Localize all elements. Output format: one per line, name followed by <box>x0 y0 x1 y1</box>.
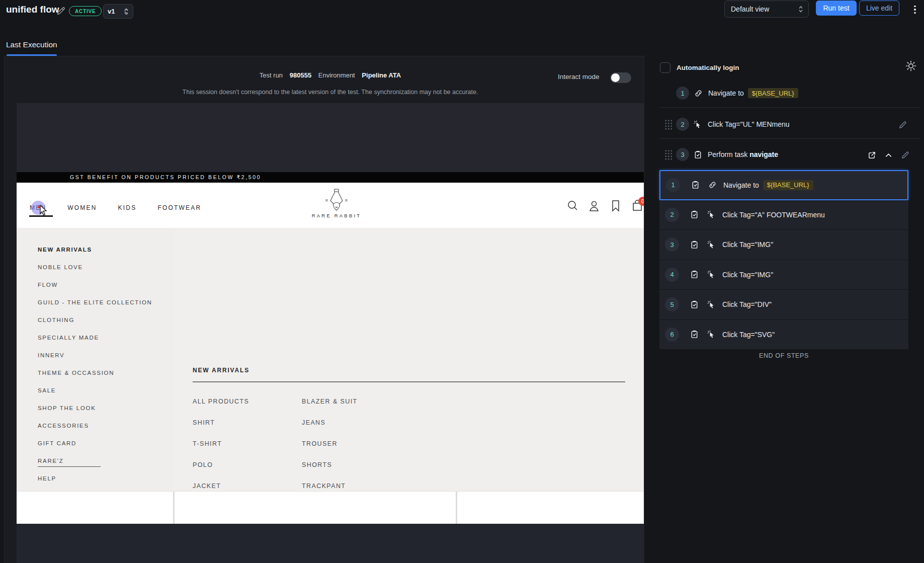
step-text: Click Tag="A" FOOTWEARmenu <box>722 211 825 219</box>
interact-mode-toggle[interactable] <box>610 72 631 83</box>
menu-link[interactable]: SHIRT <box>193 417 249 438</box>
nav-item-kids[interactable]: KIDS <box>118 204 137 211</box>
menu-category[interactable]: THEME & OCCASSION <box>38 364 152 382</box>
wishlist-bookmark-icon[interactable] <box>610 200 621 212</box>
site-footer-dark <box>17 524 644 563</box>
variable-badge: ${BASE_URL} <box>748 88 798 98</box>
more-options-icon[interactable] <box>910 4 919 16</box>
menu-link[interactable]: POLO <box>193 459 249 480</box>
step-row-3[interactable]: 3 Perform task navigate <box>664 148 778 161</box>
end-of-steps-label: END OF STEPS <box>659 352 908 359</box>
version-select[interactable]: v1 <box>103 4 133 19</box>
run-test-button[interactable]: Run test <box>816 1 857 16</box>
click-action-icon <box>707 270 716 279</box>
menu-section-title: NEW ARRIVALS <box>193 367 249 374</box>
click-action-icon <box>707 240 716 249</box>
menu-category[interactable]: FLOW <box>38 276 152 294</box>
tab-last-execution[interactable]: Last Execution <box>6 40 57 49</box>
substep-row-1[interactable]: 1 Navigate to ${BASE_URL} <box>659 170 908 200</box>
menu-link[interactable]: ALL PRODUCTS <box>193 396 249 417</box>
site-hero-dark <box>17 103 644 172</box>
nav-item-footwear[interactable]: FOOTWEAR <box>157 204 201 211</box>
edit-title-icon[interactable] <box>56 7 65 16</box>
substep-row-4[interactable]: 4 Click Tag="IMG" <box>659 260 908 290</box>
search-icon[interactable] <box>567 200 578 212</box>
substeps-list: 1 Navigate to ${BASE_URL} 2 <box>659 170 908 350</box>
task-clipboard-icon <box>690 270 699 279</box>
step-text: Click Tag="IMG" <box>722 240 773 249</box>
menu-category[interactable]: GIFT CARD <box>38 435 152 452</box>
view-select[interactable]: Default view <box>724 1 809 18</box>
menu-link[interactable]: T-SHIRT <box>193 438 249 459</box>
substep-row-3[interactable]: 3 Click Tag="IMG" <box>659 230 908 260</box>
card-separator <box>173 492 175 524</box>
card-separator <box>456 492 457 524</box>
step-row-1[interactable]: 1 Navigate to ${BASE_URL} <box>676 87 798 100</box>
cart-icon[interactable]: 0 <box>632 200 643 212</box>
substep-row-2[interactable]: 2 Click Tag="A" FOOTWEARmenu <box>659 200 908 230</box>
gear-icon[interactable] <box>905 60 917 72</box>
menu-link[interactable]: JEANS <box>302 417 358 438</box>
menu-link[interactable]: TROUSER <box>302 438 358 459</box>
environment-name: Pipeline ATA <box>362 71 401 79</box>
step-text: Click Tag="IMG" <box>722 271 773 279</box>
account-icon[interactable] <box>589 200 600 212</box>
task-clipboard-icon <box>690 210 699 219</box>
menu-category[interactable]: GUILD - THE ELITE COLLECTION <box>38 294 152 311</box>
execution-panel: Test run 980555 Environment Pipeline ATA… <box>4 56 644 563</box>
link-icon <box>694 89 703 98</box>
drag-handle-icon[interactable] <box>664 119 672 130</box>
product-cards-row <box>17 491 644 524</box>
step-number: 2 <box>665 208 679 222</box>
menu-link[interactable]: SHORTS <box>302 459 358 480</box>
page-title: unified flow <box>6 4 59 15</box>
open-task-icon[interactable] <box>868 151 876 159</box>
mega-menu: NEW ARRIVALS NOBLE LOVE FLOW GUILD - THE… <box>17 228 644 491</box>
mega-menu-categories: NEW ARRIVALS NOBLE LOVE FLOW GUILD - THE… <box>17 228 174 491</box>
menu-category[interactable]: NOBLE LOVE <box>38 259 152 276</box>
click-action-icon <box>707 300 716 309</box>
substep-row-5[interactable]: 5 Click Tag="DIV" <box>659 290 908 320</box>
site-header: MEN WOMEN KIDS FOOTWEAR <box>17 183 644 228</box>
menu-category[interactable]: CLOTHING <box>38 311 152 329</box>
menu-category[interactable]: NEW ARRIVALS <box>38 241 152 259</box>
step-text: Click Tag="UL" MENmenu <box>708 120 790 128</box>
step-number: 1 <box>666 178 680 192</box>
click-action-icon <box>707 210 716 219</box>
drag-handle-icon[interactable] <box>664 149 672 160</box>
menu-category[interactable]: SALE <box>38 382 152 399</box>
site-header-icons: 0 <box>567 200 643 212</box>
step-row-2[interactable]: 2 Click Tag="UL" MENmenu <box>664 118 790 131</box>
step-number: 5 <box>665 297 679 311</box>
substep-row-6[interactable]: 6 Click Tag="SVG" <box>659 320 908 350</box>
step-divider <box>660 107 920 108</box>
menu-category[interactable]: SPECIALLY MADE <box>38 329 152 347</box>
chevron-updown-icon <box>124 8 129 16</box>
variable-badge: ${BASE_URL} <box>763 180 813 190</box>
menu-category[interactable]: RARE'Z <box>38 452 152 470</box>
auto-login-label: Automatically login <box>677 64 739 71</box>
collapse-chevron-icon[interactable] <box>884 151 893 159</box>
menu-category[interactable]: HELP <box>38 470 152 488</box>
task-clipboard-icon <box>691 181 700 189</box>
nav-item-women[interactable]: WOMEN <box>67 204 97 211</box>
menu-category[interactable]: ACCESSORIES <box>38 417 152 435</box>
live-edit-button[interactable]: Live edit <box>859 1 899 16</box>
view-select-value: Default view <box>731 5 769 13</box>
browser-preview[interactable]: GST BENEFIT ON PRODUCTS PRICED BELOW ₹2,… <box>17 103 644 563</box>
step-number: 4 <box>665 268 679 282</box>
menu-category[interactable]: SHOP THE LOOK <box>38 399 152 417</box>
step-number: 3 <box>676 148 689 161</box>
auto-login-checkbox[interactable] <box>660 62 670 73</box>
menu-category[interactable]: INNERV <box>38 347 152 364</box>
cart-count-badge: 0 <box>638 197 644 206</box>
menu-link[interactable]: BLAZER & SUIT <box>302 396 358 417</box>
step-text: Click Tag="SVG" <box>722 331 775 339</box>
task-clipboard-icon <box>690 330 699 339</box>
version-label: v1 <box>108 8 115 15</box>
edit-step-icon[interactable] <box>898 121 907 129</box>
step-text: Navigate to <box>723 181 759 189</box>
edit-step-icon[interactable] <box>901 151 909 159</box>
site-logo[interactable]: R R RARE RABBIT <box>306 189 367 218</box>
interact-mode-label: Interact mode <box>558 73 600 81</box>
